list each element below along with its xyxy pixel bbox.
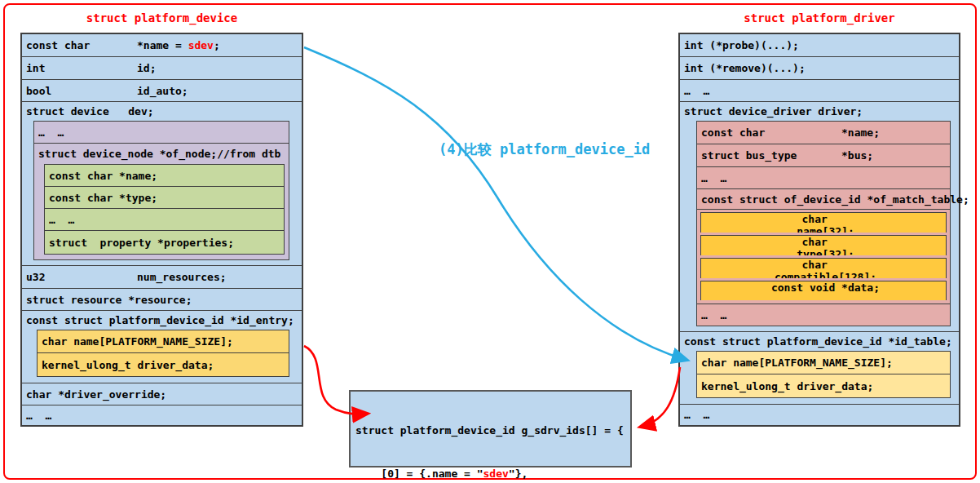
group-id-entry: const struct platform_device_id *id_entr… bbox=[22, 311, 302, 383]
code-line-2-pre: [0] = {.name = " bbox=[355, 467, 483, 480]
row-of-node-type: const char *type; bbox=[45, 187, 284, 209]
field-value-prefix: *name = bbox=[137, 39, 188, 51]
code-line-2-sdev: sdev bbox=[483, 467, 509, 480]
row-of-node-name: const char *name; bbox=[45, 165, 284, 187]
row-id-entry-label: const struct platform_device_id *id_entr… bbox=[22, 311, 302, 330]
device-nested-box: … … struct device_node *of_node;//from d… bbox=[33, 121, 289, 260]
row-num-resources: u32num_resources; bbox=[22, 266, 302, 289]
row-id-entry-driver-data: kernel_ulong_t driver_data; bbox=[38, 353, 289, 376]
row-dots: … … bbox=[680, 80, 959, 102]
field-type: char bbox=[802, 259, 850, 271]
id-entry-nested-box: char name[PLATFORM_NAME_SIZE]; kernel_ul… bbox=[37, 330, 289, 377]
platform-device-title: struct platform_device bbox=[20, 11, 303, 24]
row-driver-bus: struct bus_type*bus; bbox=[697, 144, 950, 167]
row-of-match-label: const struct of_device_id *of_match_tabl… bbox=[697, 189, 950, 210]
field-type: struct bus_type bbox=[701, 149, 841, 162]
row-of-node-label: struct device_node *of_node;//from dtb bbox=[34, 144, 289, 164]
field-type: const void *data; bbox=[771, 281, 880, 294]
row-of-match-data: const void *data; bbox=[700, 281, 947, 300]
code-line-2-post: "}, bbox=[509, 467, 528, 480]
field-type: bool bbox=[26, 85, 137, 97]
row-driver-label: struct device_driver driver; bbox=[680, 102, 959, 121]
group-device-dev: struct device dev; … … struct device_nod… bbox=[22, 102, 302, 266]
code-line-2: [0] = {.name = "sdev"}, bbox=[355, 467, 630, 481]
row-dots: … … bbox=[45, 209, 284, 231]
field-type: const char bbox=[701, 126, 841, 139]
platform-driver-title: struct platform_driver bbox=[678, 11, 960, 24]
red-arrow-id-table-to-code bbox=[641, 367, 680, 427]
row-dots: … … bbox=[22, 405, 302, 425]
row-dots: … … bbox=[697, 167, 950, 189]
group-device-driver: struct device_driver driver; const char*… bbox=[680, 102, 959, 332]
field-value: id_auto; bbox=[137, 85, 188, 97]
field-value: *name; bbox=[841, 126, 880, 139]
code-line-1: struct platform_device_id g_sdrv_ids[] =… bbox=[355, 423, 630, 438]
compare-arrow-device-name-to-id-table bbox=[304, 47, 686, 360]
row-id-auto: boolid_auto; bbox=[22, 80, 302, 102]
field-value: id; bbox=[137, 62, 156, 74]
field-type: u32 bbox=[26, 271, 137, 283]
row-dots: … … bbox=[697, 304, 950, 326]
row-remove: int (*remove)(...); bbox=[680, 57, 959, 80]
field-value-suffix: ; bbox=[214, 39, 220, 51]
row-id-table-label: const struct platform_device_id *id_tabl… bbox=[680, 332, 959, 351]
group-of-node: struct device_node *of_node;//from dtb c… bbox=[34, 144, 289, 259]
field-value: name[32]; bbox=[797, 225, 854, 233]
row-id-entry-name: char name[PLATFORM_NAME_SIZE]; bbox=[38, 330, 289, 353]
row-dots: … … bbox=[680, 405, 959, 425]
row-probe: int (*probe)(...); bbox=[680, 34, 959, 57]
of-match-nested-box: charname[32]; chartype[32]; charcompatib… bbox=[697, 210, 950, 304]
row-name: const char*name = sdev; bbox=[22, 34, 302, 57]
field-value: num_resources; bbox=[137, 271, 227, 283]
compare-step-label: (4)比较 platform_device_id bbox=[439, 140, 650, 159]
row-driver-override: char *driver_override; bbox=[22, 383, 302, 405]
field-type: char bbox=[802, 236, 850, 248]
device-node-nested-box: const char *name; const char *type; … … … bbox=[44, 164, 285, 255]
field-type: char bbox=[802, 213, 850, 225]
field-value: *bus; bbox=[841, 149, 873, 162]
row-of-match-name: charname[32]; bbox=[700, 212, 947, 233]
field-value: compatible[128]; bbox=[775, 271, 876, 278]
row-id: intid; bbox=[22, 57, 302, 80]
row-id-table-name: char name[PLATFORM_NAME_SIZE]; bbox=[697, 352, 950, 374]
g-sdrv-ids-code-box: struct platform_device_id g_sdrv_ids[] =… bbox=[349, 390, 632, 467]
device-driver-nested-box: const char*name; struct bus_type*bus; … … bbox=[696, 121, 951, 326]
row-of-node-properties: struct property *properties; bbox=[45, 231, 284, 254]
row-dev-label: struct device dev; bbox=[22, 102, 302, 121]
field-type: int bbox=[26, 62, 137, 74]
row-driver-name: const char*name; bbox=[697, 122, 950, 144]
row-of-match-compatible: charcompatible[128]; bbox=[700, 258, 947, 278]
platform-device-table: const char*name = sdev; intid; boolid_au… bbox=[20, 33, 303, 427]
row-resource: struct resource *resource; bbox=[22, 289, 302, 311]
platform-driver-table: int (*probe)(...); int (*remove)(...); …… bbox=[678, 33, 960, 427]
row-id-table-driver-data: kernel_ulong_t driver_data; bbox=[697, 374, 950, 397]
id-table-nested-box: char name[PLATFORM_NAME_SIZE]; kernel_ul… bbox=[696, 351, 951, 398]
row-dots: … … bbox=[34, 122, 289, 144]
group-of-match-table: const struct of_device_id *of_match_tabl… bbox=[697, 189, 950, 304]
diagram-canvas: struct platform_device const char*name =… bbox=[0, 0, 980, 483]
field-value: type[32]; bbox=[797, 248, 854, 255]
field-value-sdev: sdev bbox=[188, 39, 214, 51]
row-of-match-type: chartype[32]; bbox=[700, 235, 947, 255]
group-id-table: const struct platform_device_id *id_tabl… bbox=[680, 332, 959, 405]
field-type: const char bbox=[26, 39, 137, 51]
